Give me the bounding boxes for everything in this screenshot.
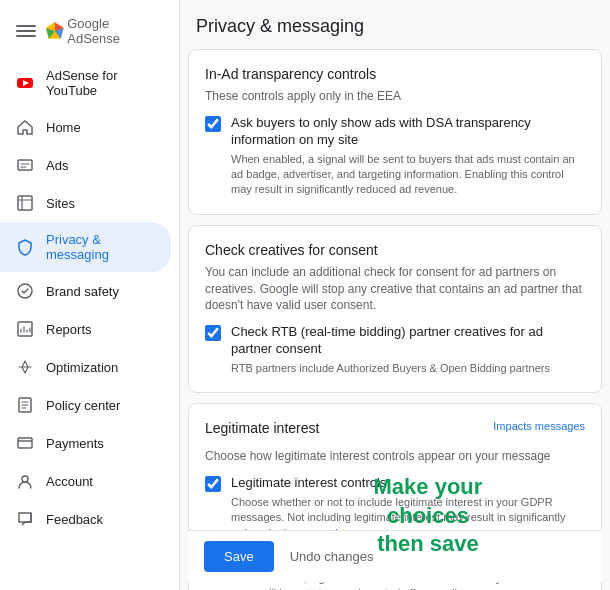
legitimate-checkbox1[interactable] bbox=[205, 476, 221, 492]
sidebar-item-label-account: Account bbox=[46, 474, 93, 489]
in-ad-checkbox-label: Ask buyers to only show ads with DSA tra… bbox=[231, 115, 585, 149]
payments-icon bbox=[16, 434, 34, 452]
creatives-subtitle: You can include an additional check for … bbox=[205, 264, 585, 314]
sidebar-item-payments[interactable]: Payments bbox=[0, 424, 171, 462]
sidebar-item-ads[interactable]: Ads bbox=[0, 146, 171, 184]
in-ad-checkbox-row: Ask buyers to only show ads with DSA tra… bbox=[205, 115, 585, 198]
app-logo: Google AdSense bbox=[44, 16, 163, 46]
undo-changes-label[interactable]: Undo changes bbox=[290, 549, 374, 564]
account-icon bbox=[16, 472, 34, 490]
optimization-icon bbox=[16, 358, 34, 376]
in-ad-subtitle: These controls apply only in the EEA bbox=[205, 88, 585, 105]
sidebar-header: Google AdSense bbox=[0, 8, 179, 58]
legitimate-impact-badge: Impacts messages bbox=[493, 420, 585, 432]
in-ad-checkbox-input[interactable] bbox=[205, 116, 221, 132]
creatives-consent-card: Check creatives for consent You can incl… bbox=[188, 225, 602, 394]
in-ad-transparency-card: In-Ad transparency controls These contro… bbox=[188, 49, 602, 215]
privacy-icon bbox=[16, 238, 34, 256]
svg-rect-7 bbox=[18, 160, 32, 170]
sidebar-item-home[interactable]: Home bbox=[0, 108, 171, 146]
sidebar-item-label-feedback: Feedback bbox=[46, 512, 103, 527]
sidebar-item-label-adsense-youtube: AdSense for YouTube bbox=[46, 68, 155, 98]
sidebar-item-label-payments: Payments bbox=[46, 436, 104, 451]
sidebar-item-label-privacy: Privacy & messaging bbox=[46, 232, 155, 262]
sidebar-item-feedback[interactable]: Feedback bbox=[0, 500, 171, 538]
ads-icon bbox=[16, 156, 34, 174]
sidebar-item-reports[interactable]: Reports bbox=[0, 310, 171, 348]
creatives-checkbox-desc: RTB partners include Authorized Buyers &… bbox=[231, 361, 585, 376]
sidebar-item-label-sites: Sites bbox=[46, 196, 75, 211]
sidebar-item-privacy-messaging[interactable]: Privacy & messaging bbox=[0, 222, 171, 272]
svg-rect-8 bbox=[18, 196, 32, 210]
save-bar: Save Undo changes bbox=[188, 530, 602, 582]
in-ad-checkbox-desc: When enabled, a signal will be sent to b… bbox=[231, 152, 585, 198]
menu-icon[interactable] bbox=[16, 21, 36, 41]
sidebar-item-label-optimization: Optimization bbox=[46, 360, 118, 375]
sidebar-nav: AdSense for YouTube Home Ads Sites bbox=[0, 58, 179, 590]
sidebar-item-brand-safety[interactable]: Brand safety bbox=[0, 272, 171, 310]
legitimate-checkbox1-label: Legitimate interest controls bbox=[231, 475, 585, 492]
home-icon bbox=[16, 118, 34, 136]
main-content: Privacy & messaging In-Ad transparency c… bbox=[180, 0, 610, 590]
sidebar-item-sites[interactable]: Sites bbox=[0, 184, 171, 222]
sidebar-item-policy-center[interactable]: Policy center bbox=[0, 386, 171, 424]
in-ad-title: In-Ad transparency controls bbox=[205, 66, 585, 82]
creatives-checkbox-row: Check RTB (real-time bidding) partner cr… bbox=[205, 324, 585, 376]
creatives-checkbox[interactable] bbox=[205, 325, 221, 341]
legitimate-checkbox1-input[interactable] bbox=[205, 476, 221, 492]
sidebar-item-account[interactable]: Account bbox=[0, 462, 171, 500]
svg-rect-12 bbox=[18, 438, 32, 448]
in-ad-checkbox-content: Ask buyers to only show ads with DSA tra… bbox=[231, 115, 585, 198]
svg-point-13 bbox=[22, 476, 28, 482]
sidebar-item-optimization[interactable]: Optimization bbox=[0, 348, 171, 386]
feedback-icon bbox=[16, 510, 34, 528]
in-ad-checkbox[interactable] bbox=[205, 116, 221, 132]
youtube-icon bbox=[16, 74, 34, 92]
page-title: Privacy & messaging bbox=[188, 8, 602, 49]
brand-safety-icon bbox=[16, 282, 34, 300]
legitimate-header-row: Legitimate interest Impacts messages bbox=[205, 420, 585, 442]
creatives-title: Check creatives for consent bbox=[205, 242, 585, 258]
sidebar-item-adsense-youtube[interactable]: AdSense for YouTube bbox=[0, 58, 171, 108]
legitimate-title: Legitimate interest bbox=[205, 420, 319, 436]
policy-icon bbox=[16, 396, 34, 414]
sidebar-item-label-brand-safety: Brand safety bbox=[46, 284, 119, 299]
adsense-logo-icon bbox=[44, 20, 66, 42]
creatives-checkbox-input[interactable] bbox=[205, 325, 221, 341]
sidebar-item-label-ads: Ads bbox=[46, 158, 68, 173]
sidebar: Google AdSense AdSense for YouTube Home … bbox=[0, 0, 180, 590]
sidebar-item-label-reports: Reports bbox=[46, 322, 92, 337]
sidebar-item-label-home: Home bbox=[46, 120, 81, 135]
save-button[interactable]: Save bbox=[204, 541, 274, 572]
sidebar-item-label-policy-center: Policy center bbox=[46, 398, 120, 413]
legitimate-subtitle: Choose how legitimate interest controls … bbox=[205, 448, 585, 465]
sites-icon bbox=[16, 194, 34, 212]
creatives-checkbox-content: Check RTB (real-time bidding) partner cr… bbox=[231, 324, 585, 376]
reports-icon bbox=[16, 320, 34, 338]
app-title: Google AdSense bbox=[67, 16, 163, 46]
creatives-checkbox-label: Check RTB (real-time bidding) partner cr… bbox=[231, 324, 585, 358]
